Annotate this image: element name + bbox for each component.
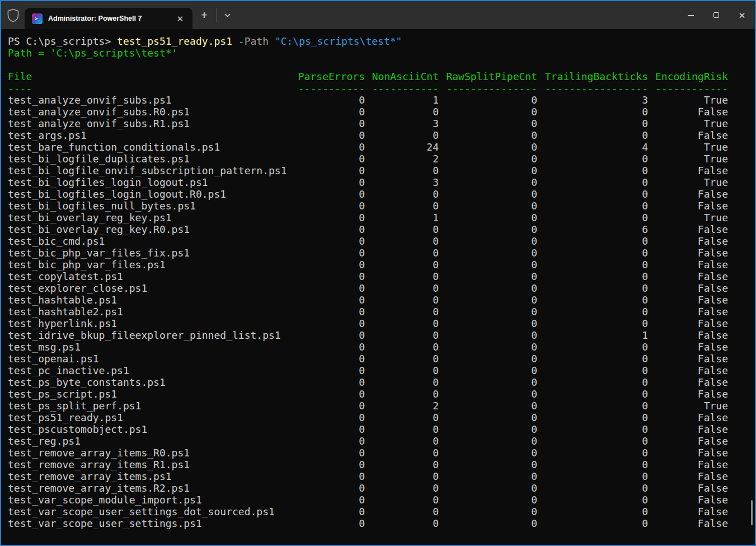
table-cell: False: [648, 482, 728, 494]
column-underline: -----------: [298, 82, 365, 94]
table-cell: True: [648, 400, 728, 412]
table-cell: 0: [298, 176, 365, 188]
table-cell: 0: [439, 341, 537, 353]
table-cell: 0: [439, 435, 537, 447]
table-cell: 0: [298, 306, 365, 318]
titlebar[interactable]: >_ Administrator: PowerShell 7 ✕ + ✕: [1, 1, 755, 29]
table-cell: False: [648, 129, 728, 141]
plus-icon: +: [201, 8, 208, 22]
tab-dropdown-button[interactable]: [217, 1, 238, 29]
maximize-button[interactable]: [703, 1, 729, 29]
table-row: test_bic_php_var_files_fix.ps10000False: [8, 247, 728, 259]
table-row: test_bi_logfiles_login_logout.ps10300Tru…: [8, 176, 728, 188]
table-cell: 0: [439, 200, 537, 212]
table-cell: 0: [439, 176, 537, 188]
table-cell: 0: [298, 223, 365, 235]
terminal-window: >_ Administrator: PowerShell 7 ✕ + ✕ PS …: [0, 0, 756, 546]
table-cell: test_pc_inactive.ps1: [8, 365, 298, 376]
table-cell: test_ps_script.ps1: [8, 388, 298, 400]
table-cell: 0: [439, 106, 537, 118]
table-cell: 2: [365, 400, 439, 412]
table-row: test_bi_overlay_reg_key.R0.ps10006False: [8, 223, 728, 235]
table-cell: 0: [537, 282, 648, 294]
tab-powershell[interactable]: >_ Administrator: PowerShell 7 ✕: [25, 8, 192, 29]
table-row: test_openai.ps10000False: [8, 353, 728, 365]
table-cell: 0: [537, 435, 648, 447]
table-cell: 0: [298, 270, 365, 282]
table-cell: 3: [537, 94, 648, 106]
table-cell: 0: [537, 353, 648, 365]
table-cell: 0: [439, 306, 537, 318]
admin-shield-wrap: [1, 1, 25, 29]
table-row: test_analyze_onvif_subs.R0.ps10000False: [8, 106, 728, 118]
table-cell: 0: [298, 94, 365, 106]
table-cell: test_remove_array_items.ps1: [8, 470, 298, 482]
table-cell: 0: [537, 447, 648, 459]
new-tab-button[interactable]: +: [192, 1, 216, 29]
table-cell: False: [648, 188, 728, 200]
table-cell: test_var_scope_user_settings.ps1: [8, 517, 298, 529]
table-cell: 0: [537, 153, 648, 165]
table-cell: 0: [439, 118, 537, 129]
table-cell: 0: [537, 318, 648, 329]
table-cell: 0: [298, 470, 365, 482]
table-cell: test_analyze_onvif_subs.R1.ps1: [8, 118, 298, 129]
table-cell: 0: [439, 223, 537, 235]
table-row: test_var_scope_module_import.ps10000Fals…: [8, 494, 728, 506]
table-cell: 0: [298, 435, 365, 447]
table-cell: 0: [298, 259, 365, 270]
table-row: test_bic_php_var_files.ps10000False: [8, 259, 728, 270]
table-cell: 0: [298, 141, 365, 153]
chevron-down-icon: [224, 13, 231, 18]
table-cell: 0: [298, 423, 365, 435]
table-cell: 0: [537, 294, 648, 306]
column-header: TrailingBackticks: [537, 71, 648, 82]
table-body: test_analyze_onvif_subs.ps10103Truetest_…: [8, 94, 754, 529]
table-cell: 0: [298, 118, 365, 129]
table-cell: False: [648, 223, 728, 235]
table-cell: 0: [537, 459, 648, 470]
table-cell: test_remove_array_items_R1.ps1: [8, 459, 298, 470]
table-cell: True: [648, 153, 728, 165]
table-cell: 0: [537, 106, 648, 118]
table-cell: 0: [537, 376, 648, 388]
column-underline: ----: [8, 82, 298, 94]
table-cell: 0: [537, 259, 648, 270]
table-cell: test_pscustomobject.ps1: [8, 423, 298, 435]
table-cell: False: [648, 470, 728, 482]
table-cell: 0: [365, 223, 439, 235]
table-cell: 0: [439, 294, 537, 306]
table-cell: test_remove_array_items_R0.ps1: [8, 447, 298, 459]
table-cell: 0: [439, 365, 537, 376]
table-cell: False: [648, 235, 728, 247]
titlebar-drag-area[interactable]: [238, 1, 678, 29]
table-row: test_bi_logfiles_login_logout.R0.ps10000…: [8, 188, 728, 200]
close-button[interactable]: ✕: [729, 1, 755, 29]
table-cell: 0: [298, 400, 365, 412]
table-cell: False: [648, 365, 728, 376]
table-cell: 0: [439, 318, 537, 329]
table-cell: 0: [439, 247, 537, 259]
table-cell: 0: [537, 388, 648, 400]
table-cell: test_hashtable.ps1: [8, 294, 298, 306]
table-cell: False: [648, 165, 728, 176]
table-cell: 0: [537, 212, 648, 223]
table-cell: test_idrive_bkup_fileexplorer_pinned_lis…: [8, 329, 298, 341]
minimize-button[interactable]: [678, 1, 703, 29]
table-cell: True: [648, 212, 728, 223]
table-cell: 0: [439, 482, 537, 494]
terminal-content[interactable]: PS C:\ps_scripts> test_ps51_ready.ps1 -P…: [2, 30, 754, 544]
table-row: test_explorer_close.ps10000False: [8, 282, 728, 294]
table-cell: 0: [537, 235, 648, 247]
table-cell: 0: [439, 470, 537, 482]
table-cell: 0: [439, 94, 537, 106]
table-cell: True: [648, 94, 728, 106]
table-row: test_reg.ps10000False: [8, 435, 728, 447]
table-row: test_remove_array_items.R2.ps10000False: [8, 482, 728, 494]
tab-close-icon[interactable]: ✕: [173, 13, 187, 24]
table-cell: 0: [365, 282, 439, 294]
scrollbar-thumb[interactable]: [751, 500, 753, 525]
table-header-row: FileParseErrorsNonAsciiCntRawSplitPipeCn…: [8, 71, 728, 82]
table-cell: test_explorer_close.ps1: [8, 282, 298, 294]
table-cell: test_bi_overlay_reg_key.ps1: [8, 212, 298, 223]
